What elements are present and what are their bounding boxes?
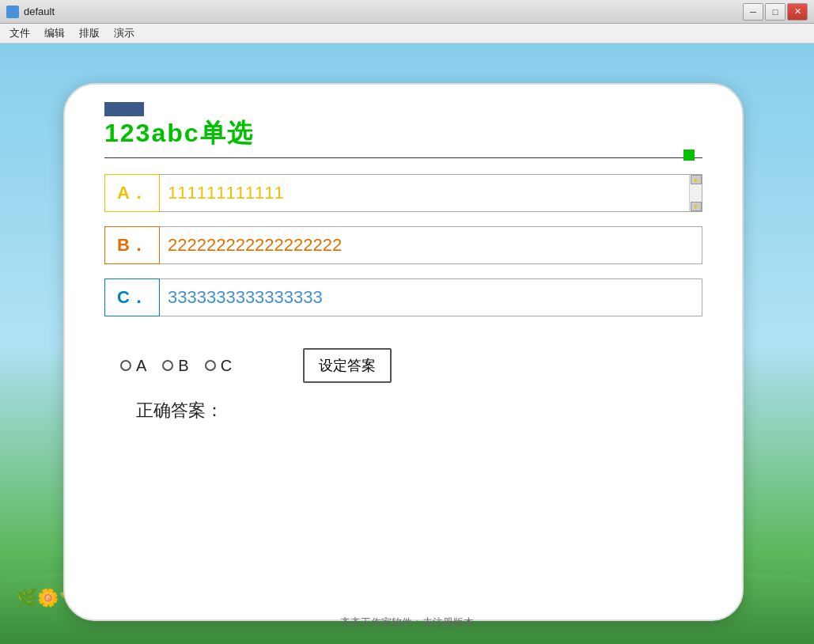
radio-circle-a[interactable] xyxy=(120,360,131,371)
correct-answer-row: 正确答案： xyxy=(120,399,702,422)
option-row-a: A． 111111111111 ▲ ▼ xyxy=(104,174,702,212)
option-text-a: 111111111111 ▲ ▼ xyxy=(160,174,702,212)
status-text: 齐齐工作室软件：未注册版本 xyxy=(340,616,474,628)
status-bar: 齐齐工作室软件：未注册版本 xyxy=(0,616,814,630)
title-bar-controls: ─ □ ✕ xyxy=(743,3,808,21)
menu-bar: 文件 编辑 排版 演示 xyxy=(0,24,814,44)
option-text-c: 3333333333333333 xyxy=(160,278,702,316)
option-label-a: A． xyxy=(104,174,160,212)
option-a-scrollbar[interactable]: ▲ ▼ xyxy=(689,175,702,211)
option-text-c-value: 3333333333333333 xyxy=(168,287,323,308)
option-label-b: B． xyxy=(104,226,160,264)
menu-file[interactable]: 文件 xyxy=(3,25,36,42)
radio-circle-b[interactable] xyxy=(162,360,173,371)
title-bar: default ─ □ ✕ xyxy=(0,0,814,24)
radio-circle-c[interactable] xyxy=(205,360,216,371)
radio-label-c: C xyxy=(221,357,232,375)
maximize-button[interactable]: □ xyxy=(765,3,786,21)
question-title: 123abc单选 xyxy=(104,116,702,151)
menu-present[interactable]: 演示 xyxy=(108,25,141,42)
menu-edit[interactable]: 编辑 xyxy=(38,25,71,42)
option-row-b: B． 222222222222222222 xyxy=(104,226,702,264)
option-row-c: C． 3333333333333333 xyxy=(104,278,702,316)
title-bar-left: default xyxy=(6,6,55,18)
options-area: A． 111111111111 ▲ ▼ B． 22222222222222222… xyxy=(104,174,702,316)
main-card: 123abc单选 A． 111111111111 ▲ ▼ B． xyxy=(63,83,744,621)
radio-group: A B C xyxy=(120,357,232,375)
minimize-button[interactable]: ─ xyxy=(743,3,763,21)
option-text-b-value: 222222222222222222 xyxy=(168,235,342,256)
question-title-area: 123abc单选 xyxy=(104,116,702,158)
scroll-up-icon[interactable]: ▲ xyxy=(691,175,702,184)
radio-item-b[interactable]: B xyxy=(162,357,188,375)
option-text-a-value: 111111111111 xyxy=(168,183,284,203)
radio-item-a[interactable]: A xyxy=(120,357,146,375)
answer-controls-row: A B C 设定答案 xyxy=(120,348,702,383)
option-label-c: C． xyxy=(104,278,160,316)
window-title: default xyxy=(24,6,55,17)
option-text-b: 222222222222222222 xyxy=(160,226,702,264)
radio-label-a: A xyxy=(136,357,146,375)
set-answer-button[interactable]: 设定答案 xyxy=(303,348,392,383)
close-button[interactable]: ✕ xyxy=(787,3,808,21)
app-icon xyxy=(6,6,19,18)
scroll-down-icon[interactable]: ▼ xyxy=(691,202,702,211)
correct-answer-label: 正确答案： xyxy=(136,400,223,420)
background: 🌿🌼🌱🌻🌿 123abc单选 A． 111111111111 ▲ ▼ xyxy=(0,44,814,644)
radio-label-b: B xyxy=(178,357,188,375)
bottom-area: A B C 设定答案 正确答案： xyxy=(104,348,702,422)
menu-layout[interactable]: 排版 xyxy=(73,25,106,42)
radio-item-c[interactable]: C xyxy=(205,357,232,375)
green-square-indicator xyxy=(683,150,695,161)
title-tab xyxy=(104,102,144,116)
